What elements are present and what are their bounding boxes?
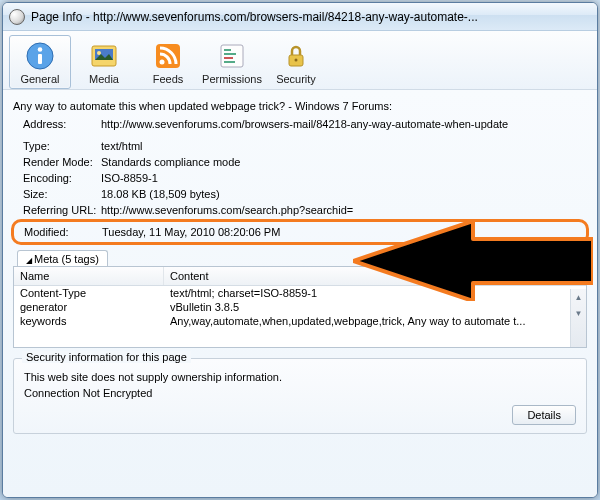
address-value: http://www.sevenforums.com/browsers-mail… <box>101 116 587 132</box>
render-value: Standards compliance mode <box>101 154 587 170</box>
tab-media-label: Media <box>89 73 119 85</box>
modified-label: Modified: <box>14 224 102 240</box>
svg-point-7 <box>160 60 165 65</box>
tab-permissions-label: Permissions <box>202 73 262 85</box>
window-title: Page Info - http://www.sevenforums.com/b… <box>31 10 591 24</box>
ref-label: Referring URL: <box>13 202 101 218</box>
encoding-label: Encoding: <box>13 170 101 186</box>
size-label: Size: <box>13 186 101 202</box>
tab-permissions[interactable]: Permissions <box>201 35 263 89</box>
triangle-down-icon: ◢ <box>26 256 32 265</box>
svg-rect-1 <box>38 54 42 64</box>
media-icon <box>88 40 120 72</box>
titlebar[interactable]: Page Info - http://www.sevenforums.com/b… <box>3 3 597 31</box>
modified-value: Tuesday, 11 May, 2010 08:20:06 PM <box>102 224 586 240</box>
info-icon <box>24 40 56 72</box>
general-panel: Any way to automate this when updated we… <box>3 90 597 497</box>
meta-tab[interactable]: ◢Meta (5 tags) <box>17 250 108 267</box>
tab-general[interactable]: General <box>9 35 71 89</box>
svg-rect-8 <box>221 45 243 67</box>
meta-col-name[interactable]: Name <box>14 267 164 285</box>
type-value: text/html <box>101 138 587 154</box>
svg-rect-10 <box>224 53 236 55</box>
type-label: Type: <box>13 138 101 154</box>
tab-feeds-label: Feeds <box>153 73 184 85</box>
table-row[interactable]: generatorvBulletin 3.8.5 <box>14 300 586 314</box>
scrollbar[interactable]: ▲ ▼ <box>570 289 586 347</box>
tab-general-label: General <box>20 73 59 85</box>
meta-tab-label: Meta (5 tags) <box>34 253 99 265</box>
app-icon <box>9 9 25 25</box>
tab-security-label: Security <box>276 73 316 85</box>
page-heading: Any way to automate this when updated we… <box>13 100 587 112</box>
ref-value: http://www.sevenforums.com/search.php?se… <box>101 202 587 218</box>
tab-feeds[interactable]: Feeds <box>137 35 199 89</box>
security-encryption: Connection Not Encrypted <box>24 387 576 399</box>
security-box: Security information for this page This … <box>13 358 587 434</box>
encoding-value: ISO-8859-1 <box>101 170 587 186</box>
meta-col-content[interactable]: Content <box>164 267 586 285</box>
scroll-down-icon[interactable]: ▼ <box>571 305 586 321</box>
render-label: Render Mode: <box>13 154 101 170</box>
modified-highlight: Modified:Tuesday, 11 May, 2010 08:20:06 … <box>11 219 589 245</box>
svg-point-2 <box>38 47 43 52</box>
tab-media[interactable]: Media <box>73 35 135 89</box>
svg-rect-9 <box>224 49 231 51</box>
lock-icon <box>280 40 312 72</box>
toolbar: General Media Feeds Permissions Security <box>3 31 597 90</box>
svg-point-5 <box>97 51 101 55</box>
svg-rect-12 <box>224 61 235 63</box>
svg-rect-11 <box>224 57 233 59</box>
details-button[interactable]: Details <box>512 405 576 425</box>
svg-point-14 <box>295 59 298 62</box>
tab-security[interactable]: Security <box>265 35 327 89</box>
size-value: 18.08 KB (18,509 bytes) <box>101 186 587 202</box>
table-row[interactable]: keywordsAny,way,automate,when,updated,we… <box>14 314 586 328</box>
permissions-icon <box>216 40 248 72</box>
scroll-up-icon[interactable]: ▲ <box>571 289 586 305</box>
feeds-icon <box>152 40 184 72</box>
security-ownership: This web site does not supply ownership … <box>24 371 576 383</box>
table-row[interactable]: Content-Typetext/html; charset=ISO-8859-… <box>14 286 586 300</box>
meta-table: Name Content Content-Typetext/html; char… <box>13 266 587 348</box>
address-label: Address: <box>13 116 101 132</box>
security-legend: Security information for this page <box>22 351 191 363</box>
